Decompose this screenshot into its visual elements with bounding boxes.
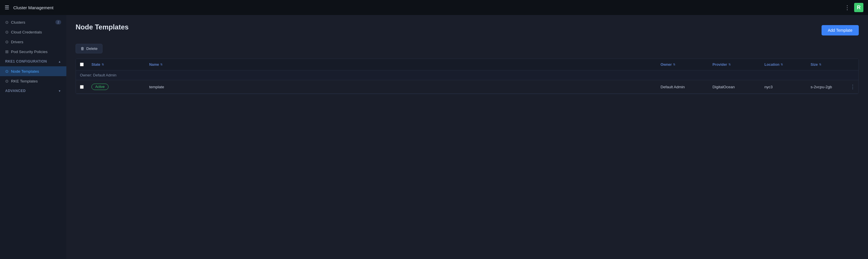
cell-size: s-2vcpu-2gb — [807, 81, 847, 93]
sidebar-item-label: Pod Security Policies — [11, 50, 48, 54]
rancher-logo: R — [854, 3, 863, 12]
col-owner-label: Owner — [660, 63, 672, 67]
rke1-section-label: RKE1 Configuration — [5, 59, 47, 63]
row-actions-button[interactable]: ⋮ — [847, 80, 859, 93]
name-sort-icon: ⇅ — [160, 63, 162, 66]
advanced-section-header[interactable]: Advanced ▼ — [0, 86, 66, 96]
add-template-button[interactable]: Add Template — [822, 25, 859, 35]
toolbar: 🗑 Delete — [75, 44, 859, 53]
owner-group-label: Owner: Default Admin — [80, 73, 116, 77]
sidebar-item-drivers[interactable]: ⊙ Drivers — [0, 37, 66, 47]
delete-icon: 🗑 — [81, 46, 85, 51]
topnav: ☰ Cluster Management ⋮ R — [0, 0, 868, 15]
row-checkbox-cell[interactable] — [76, 81, 87, 93]
sidebar-item-cloud-credentials[interactable]: ⊙ Cloud Credentials — [0, 27, 66, 37]
cell-provider: DigitalOcean — [708, 81, 761, 93]
delete-button[interactable]: 🗑 Delete — [75, 44, 102, 53]
rke1-chevron-icon: ▲ — [58, 60, 61, 63]
col-size[interactable]: Size ⇅ — [807, 59, 847, 70]
topnav-title: Cluster Management — [13, 5, 53, 10]
cell-owner: Default Admin — [656, 81, 708, 93]
col-name[interactable]: Name ⇅ — [145, 59, 656, 70]
col-location[interactable]: Location ⇅ — [761, 59, 807, 70]
table-row: Active template Default Admin DigitalOce… — [76, 80, 859, 94]
topnav-right: ⋮ R — [844, 3, 863, 12]
provider-sort-icon: ⇅ — [728, 63, 731, 66]
select-all-checkbox[interactable] — [80, 62, 84, 67]
col-state-label: State — [91, 63, 100, 67]
cell-location: nyc3 — [761, 81, 807, 93]
delete-label: Delete — [86, 46, 97, 51]
main-content: Node Templates Add Template 🗑 Delete Sta… — [66, 15, 868, 259]
state-sort-icon: ⇅ — [101, 63, 104, 66]
location-sort-icon: ⇅ — [781, 63, 783, 66]
sidebar-item-pod-security-policies[interactable]: ⊞ Pod Security Policies — [0, 47, 66, 57]
col-location-label: Location — [765, 63, 779, 67]
col-provider-label: Provider — [712, 63, 727, 67]
owner-sort-icon: ⇅ — [673, 63, 675, 66]
cloud-credentials-icon: ⊙ — [5, 30, 9, 34]
rke-templates-icon: ⊙ — [5, 79, 9, 83]
menu-icon[interactable]: ☰ — [5, 4, 9, 11]
sidebar-item-rke-templates[interactable]: ⊙ RKE Templates — [0, 76, 66, 86]
pod-security-icon: ⊞ — [5, 49, 9, 54]
more-options-icon[interactable]: ⋮ — [844, 4, 850, 11]
sidebar-item-node-templates[interactable]: ⊙ Node Templates — [0, 66, 66, 76]
clusters-icon: ⊙ — [5, 20, 9, 25]
sidebar-item-label: Drivers — [11, 40, 23, 44]
size-sort-icon: ⇅ — [819, 63, 821, 66]
advanced-chevron-icon: ▼ — [58, 89, 61, 93]
col-owner[interactable]: Owner ⇅ — [656, 59, 708, 70]
node-templates-icon: ⊙ — [5, 69, 9, 73]
row-checkbox[interactable] — [80, 85, 84, 89]
col-size-label: Size — [811, 63, 818, 67]
clusters-badge: 2 — [55, 20, 61, 25]
col-state[interactable]: State ⇅ — [87, 59, 145, 70]
advanced-section-label: Advanced — [5, 89, 26, 93]
sidebar: ⊙ Clusters 2 ⊙ Cloud Credentials ⊙ Drive… — [0, 15, 66, 259]
node-templates-table: State ⇅ Name ⇅ Owner ⇅ Provider ⇅ Locati… — [75, 59, 859, 94]
cell-name: template — [145, 81, 656, 93]
owner-group-row: Owner: Default Admin — [76, 70, 859, 80]
sidebar-item-label: Cloud Credentials — [11, 30, 42, 34]
select-all-checkbox-cell[interactable] — [76, 59, 87, 70]
col-name-label: Name — [149, 63, 159, 67]
page-title: Node Templates — [75, 23, 129, 31]
rke1-section-header[interactable]: RKE1 Configuration ▲ — [0, 57, 66, 66]
drivers-icon: ⊙ — [5, 39, 9, 44]
topnav-left: ☰ Cluster Management — [5, 4, 53, 11]
sidebar-item-label: Clusters — [11, 20, 25, 25]
sidebar-item-label: RKE Templates — [11, 79, 38, 83]
col-provider[interactable]: Provider ⇅ — [708, 59, 761, 70]
table-header: State ⇅ Name ⇅ Owner ⇅ Provider ⇅ Locati… — [76, 59, 859, 70]
sidebar-item-clusters[interactable]: ⊙ Clusters 2 — [0, 17, 66, 27]
main-layout: ⊙ Clusters 2 ⊙ Cloud Credentials ⊙ Drive… — [0, 15, 868, 259]
state-badge: Active — [91, 84, 108, 90]
col-actions — [847, 59, 859, 70]
sidebar-item-label: Node Templates — [11, 69, 39, 73]
cell-state: Active — [87, 80, 145, 93]
